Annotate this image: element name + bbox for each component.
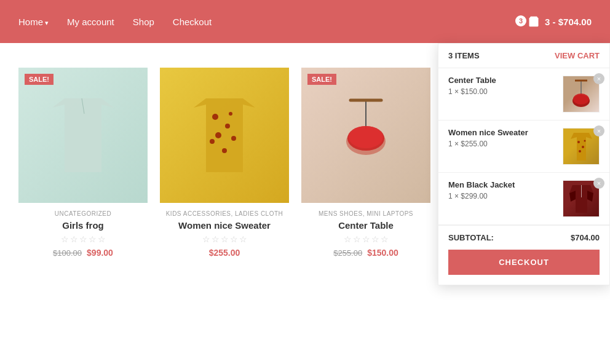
sweater-image-svg xyxy=(194,95,255,175)
sale-badge: SALE! xyxy=(25,74,53,85)
cart-item: Women nice Sweater 1 × $255.00 × xyxy=(438,121,609,173)
product-info: KIDS ACCESSORIES, LADIES CLOTH Women nic… xyxy=(160,203,289,265)
star-icon: ☆ xyxy=(98,234,106,244)
svg-point-21 xyxy=(210,139,215,144)
main-nav: Home My account Shop Checkout xyxy=(18,17,212,27)
cart-item: Men Black Jacket 1 × $299.00 × xyxy=(438,173,609,225)
sale-badge: SALE! xyxy=(307,74,336,85)
cart-item: Center Table 1 × $150.00 × xyxy=(438,68,609,121)
product-stars: ☆ ☆ ☆ ☆ ☆ xyxy=(160,234,289,244)
star-icon: ☆ xyxy=(371,234,379,244)
price-wrap: $255.00 xyxy=(160,248,289,258)
sweater-svg xyxy=(568,130,595,164)
star-icon: ☆ xyxy=(70,234,78,244)
cart-item-name: Center Table xyxy=(448,76,557,85)
cart-item-qty-price: 1 × $150.00 xyxy=(448,87,557,96)
cart-item-remove-button[interactable]: × xyxy=(593,178,604,189)
product-image xyxy=(18,68,148,203)
cart-icon-wrap: 3 xyxy=(515,15,540,28)
cart-count: 3 xyxy=(515,15,526,26)
nav-item-home[interactable]: Home xyxy=(18,17,49,27)
svg-point-28 xyxy=(349,126,383,148)
star-icon: ☆ xyxy=(230,234,238,244)
subtotal-amount: $704.00 xyxy=(571,233,600,242)
price-wrap: $100.00 $99.00 xyxy=(18,248,148,258)
cart-subtotal: SUBTOTAL: $704.00 xyxy=(438,225,609,250)
product-image-wrap xyxy=(160,68,289,203)
star-icon: ☆ xyxy=(202,234,210,244)
product-stars: ☆ ☆ ☆ ☆ ☆ xyxy=(18,234,148,244)
star-icon: ☆ xyxy=(89,234,97,244)
price-current: $150.00 xyxy=(367,248,398,258)
cart-item-name: Men Black Jacket xyxy=(448,180,557,189)
svg-marker-5 xyxy=(571,133,592,160)
price-wrap: $255.00 $150.00 xyxy=(301,248,430,258)
cart-item-info: Center Table 1 × $150.00 xyxy=(448,76,557,96)
cart-item-qty-price: 1 × $299.00 xyxy=(448,192,557,200)
svg-point-8 xyxy=(579,150,581,152)
star-icon: ☆ xyxy=(221,234,229,244)
star-icon: ☆ xyxy=(61,234,69,244)
cart-item-remove-button[interactable]: × xyxy=(593,125,604,136)
star-icon: ☆ xyxy=(353,234,361,244)
price-current: $99.00 xyxy=(87,248,113,258)
price-current: $255.00 xyxy=(209,248,240,258)
product-category: KIDS ACCESSORIES, LADIES CLOTH xyxy=(160,210,289,217)
view-cart-link[interactable]: VIEW CART xyxy=(555,51,600,60)
product-category: MENS SHOES, MINI LAPTOPS xyxy=(301,210,430,217)
svg-marker-14 xyxy=(52,98,114,172)
shirt-image-svg xyxy=(52,95,114,175)
svg-point-6 xyxy=(577,141,580,143)
cart-button[interactable]: 3 3 - $704.00 xyxy=(515,15,592,28)
chair-svg xyxy=(569,77,593,111)
cart-dropdown: 3 ITEMS VIEW CART Center Table 1 × $150.… xyxy=(438,43,610,285)
jacket-svg xyxy=(568,182,595,216)
cart-item-info: Women nice Sweater 1 × $255.00 xyxy=(448,128,557,148)
product-name: Center Table xyxy=(301,220,430,231)
svg-point-7 xyxy=(582,146,584,148)
cart-item-info: Men Black Jacket 1 × $299.00 xyxy=(448,180,557,200)
product-image xyxy=(301,68,430,203)
cart-icon xyxy=(528,15,540,28)
cart-item-remove-button[interactable]: × xyxy=(593,73,604,84)
price-original: $255.00 xyxy=(333,248,362,258)
chair-image-svg xyxy=(338,95,394,175)
product-info: MENS SHOES, MINI LAPTOPS Center Table ☆ … xyxy=(301,203,430,265)
svg-point-23 xyxy=(222,148,227,153)
product-stars: ☆ ☆ ☆ ☆ ☆ xyxy=(301,234,430,244)
nav-item-shop[interactable]: Shop xyxy=(133,17,154,27)
star-icon: ☆ xyxy=(79,234,87,244)
product-image-wrap: SALE! xyxy=(18,68,148,203)
star-icon: ☆ xyxy=(381,234,389,244)
svg-point-20 xyxy=(229,112,232,116)
nav-item-account[interactable]: My account xyxy=(67,17,114,27)
cart-total-label: 3 - $704.00 xyxy=(545,17,592,27)
star-icon: ☆ xyxy=(362,234,370,244)
star-icon: ☆ xyxy=(239,234,247,244)
cart-dropdown-header: 3 ITEMS VIEW CART xyxy=(438,44,609,68)
product-card[interactable]: SALE! MENS SHOES, MINI LAPTOPS Center Ta… xyxy=(301,68,430,265)
product-info: UNCATEGORIZED Girls frog ☆ ☆ ☆ ☆ ☆ $100.… xyxy=(18,203,148,265)
cart-item-qty-price: 1 × $255.00 xyxy=(448,140,557,148)
product-category: UNCATEGORIZED xyxy=(18,210,148,217)
product-image xyxy=(160,68,289,203)
svg-point-19 xyxy=(215,132,221,138)
price-original: $100.00 xyxy=(53,248,82,258)
checkout-button[interactable]: CHECKOUT xyxy=(448,250,600,275)
product-card[interactable]: KIDS ACCESSORIES, LADIES CLOTH Women nic… xyxy=(160,68,289,265)
svg-point-18 xyxy=(225,124,230,129)
svg-point-17 xyxy=(212,114,218,120)
svg-point-4 xyxy=(573,93,589,105)
star-icon: ☆ xyxy=(344,234,352,244)
svg-point-9 xyxy=(584,140,585,141)
svg-marker-11 xyxy=(581,185,582,197)
svg-marker-16 xyxy=(194,98,255,172)
product-name: Girls frog xyxy=(18,220,148,231)
product-name: Women nice Sweater xyxy=(160,220,289,231)
cart-item-name: Women nice Sweater xyxy=(448,128,557,137)
product-image-wrap: SALE! xyxy=(301,68,430,203)
cart-items-count: 3 ITEMS xyxy=(448,51,480,60)
star-icon: ☆ xyxy=(212,234,220,244)
product-card[interactable]: SALE! UNCATEGORIZED Girls frog ☆ ☆ ☆ ☆ ☆ xyxy=(18,68,148,265)
nav-item-checkout[interactable]: Checkout xyxy=(173,17,212,27)
